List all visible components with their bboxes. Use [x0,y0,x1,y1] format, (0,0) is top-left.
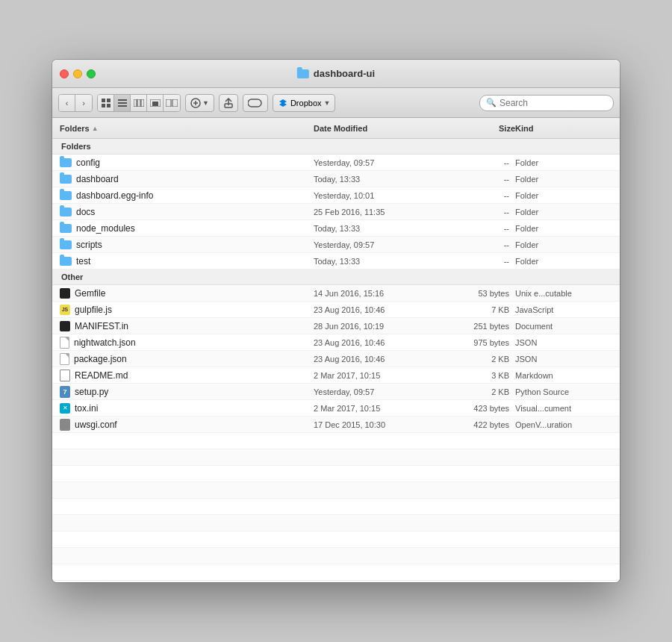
view-icons-button[interactable] [98,95,114,111]
date-header[interactable]: Date Modified [314,124,448,133]
table-row[interactable]: 7 setup.py Yesterday, 09:57 2 KB Python … [52,384,620,400]
manifest-icon [60,321,70,331]
file-date: 17 Dec 2015, 10:30 [314,420,448,429]
nav-group: ‹ › [58,94,93,112]
table-row[interactable]: test Today, 13:33 -- Folder [52,253,620,269]
toolbar: ‹ › ▼ [52,88,620,118]
view-buttons [97,94,181,112]
table-row[interactable]: Gemfile 14 Jun 2016, 15:16 53 bytes Unix… [52,285,620,302]
empty-row [52,564,620,581]
forward-button[interactable]: › [75,95,92,111]
tag-button[interactable] [243,94,268,112]
table-row[interactable]: nightwatch.json 23 Aug 2016, 10:46 975 b… [52,334,620,351]
svg-rect-1 [107,99,111,102]
svg-rect-6 [118,105,127,107]
name-header[interactable]: Folders ▲ [60,124,314,133]
view-columns-button[interactable] [131,95,147,111]
svg-rect-18 [248,99,261,107]
file-size: 7 KB [448,305,515,314]
file-kind: Document [515,322,612,331]
share-button[interactable] [219,94,238,112]
table-row[interactable]: uwsgi.conf 17 Dec 2015, 10:30 422 bytes … [52,417,620,433]
json-icon [60,337,69,349]
kind-header[interactable]: Kind [515,124,612,133]
svg-rect-9 [141,99,144,107]
file-kind: Unix e...cutable [515,289,612,298]
empty-space [52,433,620,582]
folder-icon [60,208,72,216]
file-date: Today, 13:33 [314,175,448,184]
table-row[interactable]: dashboard Today, 13:33 -- Folder [52,171,620,187]
table-row[interactable]: node_modules Today, 13:33 -- Folder [52,220,620,237]
folder-icon [60,175,72,184]
executable-icon [60,288,70,299]
svg-rect-5 [118,102,127,104]
table-row[interactable]: package.json 23 Aug 2016, 10:46 2 KB JSO… [52,351,620,367]
file-date: Yesterday, 09:57 [314,240,448,249]
view-list-button[interactable] [114,95,131,111]
search-input[interactable] [500,98,607,108]
table-row[interactable]: dashboard.egg-info Yesterday, 10:01 -- F… [52,187,620,204]
file-name-cell: test [60,256,314,267]
file-date: Yesterday, 10:01 [314,191,448,200]
python-icon: 7 [60,386,70,398]
close-button[interactable] [60,69,69,78]
action-button[interactable]: ▼ [185,94,214,112]
sort-arrow: ▲ [92,125,99,132]
svg-rect-17 [225,104,232,107]
back-button[interactable]: ‹ [59,95,75,111]
file-date: 2 Mar 2017, 10:15 [314,404,448,413]
file-size: 423 bytes [448,404,515,413]
finder-window: dashboard-ui ‹ › [52,60,620,582]
file-size: 422 bytes [448,420,515,429]
file-name-cell: uwsgi.conf [60,419,314,431]
file-kind: Folder [515,158,612,167]
file-size: -- [448,158,515,167]
window-title: dashboard-ui [297,68,375,79]
svg-rect-0 [102,99,105,102]
table-row[interactable]: README.md 2 Mar 2017, 10:15 3 KB Markdow… [52,367,620,384]
file-date: 23 Aug 2016, 10:46 [314,355,448,364]
view-split-button[interactable] [164,95,180,111]
dropbox-button[interactable]: Dropbox ▼ [273,94,336,112]
minimize-button[interactable] [73,69,82,78]
file-date: 23 Aug 2016, 10:46 [314,338,448,347]
file-kind: Folder [515,208,612,216]
maximize-button[interactable] [87,69,96,78]
file-name-cell: ✕ tox.ini [60,403,314,414]
view-cover-button[interactable] [147,95,164,111]
file-size: -- [448,240,515,249]
file-kind: JSON [515,355,612,364]
table-row[interactable]: docs 25 Feb 2016, 11:35 -- Folder [52,204,620,220]
file-name-cell: node_modules [60,223,314,234]
table-row[interactable]: scripts Yesterday, 09:57 -- Folder [52,237,620,253]
file-size: -- [448,175,515,184]
search-icon: 🔍 [486,98,497,107]
empty-row [52,433,620,449]
file-size: 975 bytes [448,338,515,347]
traffic-lights [60,69,96,78]
table-row[interactable]: MANIFEST.in 28 Jun 2016, 10:19 251 bytes… [52,318,620,334]
table-row[interactable]: config Yesterday, 09:57 -- Folder [52,155,620,171]
file-name-cell: JS gulpfile.js [60,305,314,315]
size-header[interactable]: Size [448,124,515,133]
svg-rect-11 [152,102,158,106]
file-kind: Folder [515,240,612,249]
file-date: 14 Jun 2016, 15:16 [314,289,448,298]
svg-rect-7 [134,99,137,107]
file-date: 25 Feb 2016, 11:35 [314,208,448,216]
file-size: 2 KB [448,355,515,364]
table-row[interactable]: JS gulpfile.js 23 Aug 2016, 10:46 7 KB J… [52,302,620,318]
uwsgi-icon [60,419,70,431]
readme-icon [60,370,70,381]
file-list: Folders ▲ Date Modified Size Kind Folder… [52,118,620,582]
folder-icon [60,158,72,167]
json-icon [60,353,69,365]
file-kind: JSON [515,338,612,347]
folder-icon [297,69,309,78]
file-name-cell: dashboard.egg-info [60,190,314,201]
search-box[interactable]: 🔍 [479,95,614,111]
file-date: 2 Mar 2017, 10:15 [314,371,448,380]
table-row[interactable]: ✕ tox.ini 2 Mar 2017, 10:15 423 bytes Vi… [52,400,620,417]
titlebar: dashboard-ui [52,60,620,88]
